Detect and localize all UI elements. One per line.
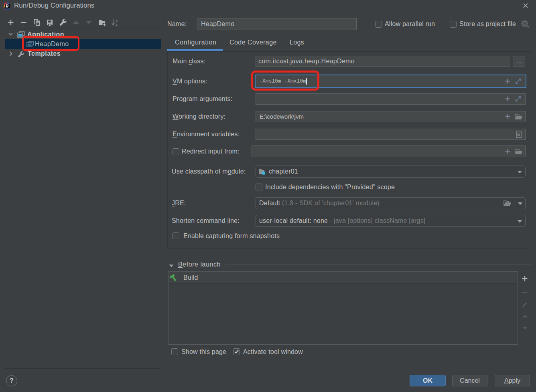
svg-text:a: a: [116, 19, 118, 22]
svg-text:z: z: [116, 22, 118, 26]
